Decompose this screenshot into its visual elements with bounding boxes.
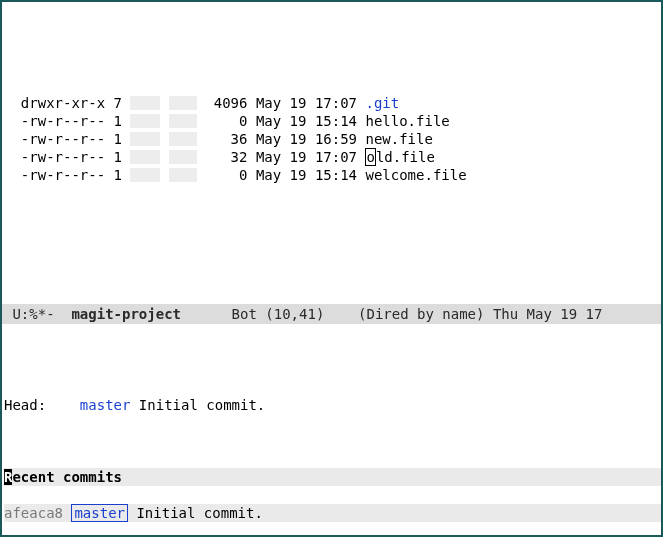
file-perms: -rw-r--r-- 1 (21, 167, 131, 183)
modeline-left: U:%*- (4, 306, 71, 322)
group-redacted (169, 150, 197, 164)
modeline-mid: Bot (10,41) (Dired by name) Thu May 19 1… (181, 306, 602, 322)
cursor: o (365, 148, 375, 166)
dired-row[interactable]: -rw-r--r-- 1 0 May 19 15:14 hello.file (4, 112, 661, 130)
file-name[interactable]: .git (365, 95, 399, 111)
head-msg: Initial commit. (130, 397, 265, 413)
group-redacted (169, 132, 197, 146)
file-date: May 19 16:59 (256, 131, 366, 147)
dired-pane: drwxr-xr-x 7 4096 May 19 17:07 .git -rw-… (2, 92, 661, 250)
file-perms: -rw-r--r-- 1 (21, 149, 131, 165)
dired-row[interactable]: -rw-r--r-- 1 36 May 19 16:59 new.file (4, 130, 661, 148)
file-name[interactable]: new.file (365, 131, 432, 147)
file-size: 36 (205, 131, 256, 147)
owner-redacted (130, 114, 160, 128)
file-name[interactable]: hello.file (365, 113, 449, 129)
magit-head-line: Head: master Initial commit. (4, 396, 661, 414)
file-name[interactable]: old.file (365, 149, 434, 165)
group-redacted (169, 96, 197, 110)
commit-ref[interactable]: master (71, 504, 128, 522)
file-date: May 19 15:14 (256, 167, 366, 183)
modeline-dired: U:%*- magit-project Bot (10,41) (Dired b… (2, 304, 661, 324)
commit-msg: Initial commit. (128, 505, 263, 521)
group-redacted (169, 168, 197, 182)
recent-commits-header[interactable]: Recent commits (4, 468, 661, 486)
dired-row[interactable]: -rw-r--r-- 1 0 May 19 15:14 welcome.file (4, 166, 661, 184)
commit-hash: afeaca8 (4, 505, 71, 521)
file-date: May 19 17:07 (256, 95, 366, 111)
file-date: May 19 17:07 (256, 149, 366, 165)
file-name[interactable]: welcome.file (365, 167, 466, 183)
group-redacted (169, 114, 197, 128)
file-perms: -rw-r--r-- 1 (21, 131, 131, 147)
file-date: May 19 15:14 (256, 113, 366, 129)
owner-redacted (130, 150, 160, 164)
file-size: 32 (205, 149, 256, 165)
owner-redacted (130, 96, 160, 110)
magit-status-pane: Head: master Initial commit. Recent comm… (2, 378, 661, 536)
dired-row[interactable]: -rw-r--r-- 1 32 May 19 17:07 old.file (4, 148, 661, 166)
dired-row[interactable]: drwxr-xr-x 7 4096 May 19 17:07 .git (4, 94, 661, 112)
file-perms: -rw-r--r-- 1 (21, 113, 131, 129)
file-size: 0 (205, 113, 256, 129)
file-perms: drwxr-xr-x 7 (21, 95, 131, 111)
owner-redacted (130, 168, 160, 182)
commit-row[interactable]: afeaca8 master Initial commit. (4, 504, 661, 522)
head-ref[interactable]: master (80, 397, 131, 413)
modeline-buffer: magit-project (71, 306, 181, 322)
head-label: Head: (4, 397, 80, 413)
recent-header-text: ecent commits (12, 469, 122, 485)
file-size: 0 (205, 167, 256, 183)
owner-redacted (130, 132, 160, 146)
file-size: 4096 (205, 95, 256, 111)
